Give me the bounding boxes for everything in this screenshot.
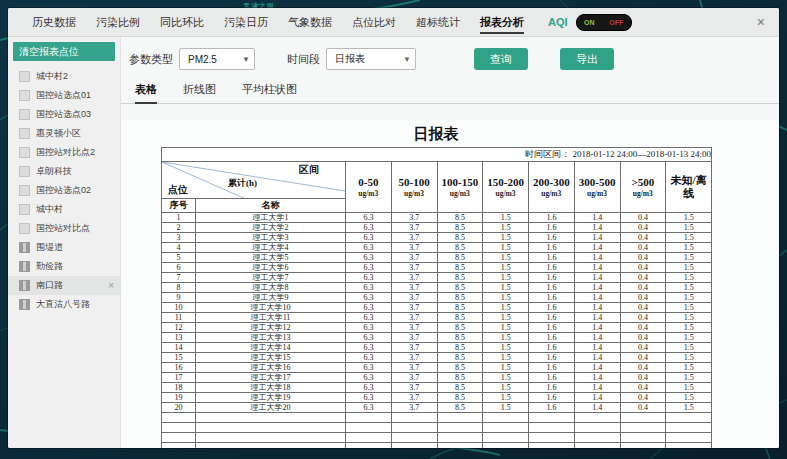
nav-item-2[interactable]: 污染比例 [86, 8, 150, 36]
sidebar-item-9[interactable]: 国控站对比点 [8, 219, 120, 238]
cell-name: 理工大学3 [196, 233, 346, 243]
cell-value: 8.5 [437, 343, 483, 353]
cell-value: 1.5 [666, 263, 712, 273]
corner-cumulative-label: 累计(h) [228, 177, 257, 190]
cell-value: 1.5 [666, 283, 712, 293]
nav-item-5[interactable]: 气象数据 [278, 8, 342, 36]
sidebar-item-label: 城中村2 [36, 70, 68, 83]
sidebar-item-2[interactable]: 国控站选点01 [8, 86, 120, 105]
tab-2[interactable]: 折线图 [183, 82, 216, 103]
sidebar-item-6[interactable]: 卓朗科技 [8, 162, 120, 181]
table-row: 2理工大学26.33.78.51.51.61.40.41.5 [162, 223, 712, 233]
sidebar-item-label: 大直沽八号路 [36, 298, 90, 311]
cell-value: 1.6 [529, 353, 575, 363]
cell-name: 理工大学15 [196, 353, 346, 363]
cell-value: 1.5 [666, 383, 712, 393]
table-row: 3理工大学36.33.78.51.51.61.40.41.5 [162, 233, 712, 243]
cell-name: 理工大学2 [196, 223, 346, 233]
empty-cell [437, 423, 483, 433]
nav-item-1[interactable]: 历史数据 [22, 8, 86, 36]
sidebar-item-12[interactable]: 南口路× [8, 276, 120, 295]
cell-value: 8.5 [437, 303, 483, 313]
table-row: 13理工大学136.33.78.51.51.61.40.41.5 [162, 333, 712, 343]
column-range: 0-50 [346, 176, 391, 189]
tab-1[interactable]: 表格 [135, 82, 157, 104]
cell-value: 1.5 [483, 233, 529, 243]
sidebar-item-3[interactable]: 国控站选点03 [8, 105, 120, 124]
cell-value: 3.7 [391, 383, 437, 393]
cell-value: 1.5 [666, 373, 712, 383]
column-range: 200-300 [529, 176, 574, 189]
aqi-label: AQI [548, 16, 568, 28]
cell-value: 1.5 [666, 213, 712, 223]
sidebar-item-8[interactable]: 城中村 [8, 200, 120, 219]
cell-value: 6.3 [346, 233, 392, 243]
sidebar-item-label: 惠灵顿小区 [36, 127, 81, 140]
cell-value: 6.3 [346, 353, 392, 363]
nav-item-7[interactable]: 超标统计 [406, 8, 470, 36]
sidebar-item-4[interactable]: 惠灵顿小区 [8, 124, 120, 143]
period-label: 时间段 [287, 52, 320, 67]
sidebar-item-11[interactable]: 勤俭路 [8, 257, 120, 276]
sidebar-item-13[interactable]: 大直沽八号路 [8, 295, 120, 314]
cell-value: 3.7 [391, 333, 437, 343]
column-range: 150-200 [483, 176, 528, 189]
cell-index: 14 [162, 343, 196, 353]
nav-item-8[interactable]: 报表分析 [470, 8, 534, 36]
empty-cell [666, 433, 712, 443]
cell-value: 1.6 [529, 383, 575, 393]
cell-value: 1.5 [666, 243, 712, 253]
aqi-toggle[interactable]: ON OFF [576, 14, 632, 31]
nav-item-6[interactable]: 点位比对 [342, 8, 406, 36]
cell-name: 理工大学20 [196, 403, 346, 413]
export-button[interactable]: 导出 [560, 48, 614, 70]
param-type-select[interactable]: PM2.5 ▼ [179, 48, 255, 70]
cell-value: 6.3 [346, 403, 392, 413]
clear-report-points-button[interactable]: 清空报表点位 [13, 42, 115, 61]
corner-header-cell: 区间 累计(h) 点位 [162, 162, 346, 199]
cell-value: 1.4 [574, 353, 620, 363]
tab-3[interactable]: 平均柱状图 [242, 82, 297, 103]
sidebar-item-1[interactable]: 城中村2 [8, 67, 120, 86]
time-range-value: 2018-01-12 24:00—2018-01-13 24:00 [573, 149, 712, 159]
empty-cell [196, 413, 346, 423]
cell-value: 6.3 [346, 303, 392, 313]
column-header-2: 50-100ug/m3 [391, 162, 437, 213]
daily-report-table: 时间区间： 2018-01-12 24:00—2018-01-13 24:00 [161, 147, 712, 448]
cell-value: 6.3 [346, 393, 392, 403]
cell-index: 4 [162, 243, 196, 253]
close-icon[interactable]: × [753, 14, 769, 30]
period-select[interactable]: 日报表 ▼ [326, 48, 416, 70]
nav-item-4[interactable]: 污染日历 [214, 8, 278, 36]
empty-cell [666, 413, 712, 423]
column-header-5: 200-300ug/m3 [529, 162, 575, 213]
cell-name: 理工大学14 [196, 343, 346, 353]
time-range-label: 时间区间： [525, 149, 570, 159]
sidebar-item-5[interactable]: 国控站对比点2 [8, 143, 120, 162]
sidebar-item-10[interactable]: 围堤道 [8, 238, 120, 257]
empty-cell [529, 443, 575, 449]
cell-index: 12 [162, 323, 196, 333]
cell-value: 1.5 [483, 223, 529, 233]
cell-value: 6.3 [346, 373, 392, 383]
top-navbar: 历史数据污染比例同比环比污染日历气象数据点位比对超标统计报表分析 AQI ON … [8, 8, 779, 37]
nav-item-3[interactable]: 同比环比 [150, 8, 214, 36]
table-row: 1理工大学16.33.78.51.51.61.40.41.5 [162, 213, 712, 223]
cell-value: 8.5 [437, 283, 483, 293]
cell-value: 6.3 [346, 333, 392, 343]
query-button[interactable]: 查询 [474, 48, 528, 70]
corner-range-label: 区间 [299, 163, 319, 177]
table-row: 5理工大学56.33.78.51.51.61.40.41.5 [162, 253, 712, 263]
checkbox-icon [19, 90, 30, 101]
cell-value: 8.5 [437, 403, 483, 413]
sidebar-item-label: 勤俭路 [36, 260, 63, 273]
subheader-2: 名称 [196, 199, 346, 213]
cell-value: 3.7 [391, 243, 437, 253]
empty-cell [574, 433, 620, 443]
empty-cell [529, 413, 575, 423]
cell-value: 1.4 [574, 243, 620, 253]
remove-item-icon[interactable]: × [108, 280, 116, 291]
sidebar-item-7[interactable]: 国控站选点02 [8, 181, 120, 200]
empty-cell [483, 443, 529, 449]
table-row: 16理工大学166.33.78.51.51.61.40.41.5 [162, 363, 712, 373]
